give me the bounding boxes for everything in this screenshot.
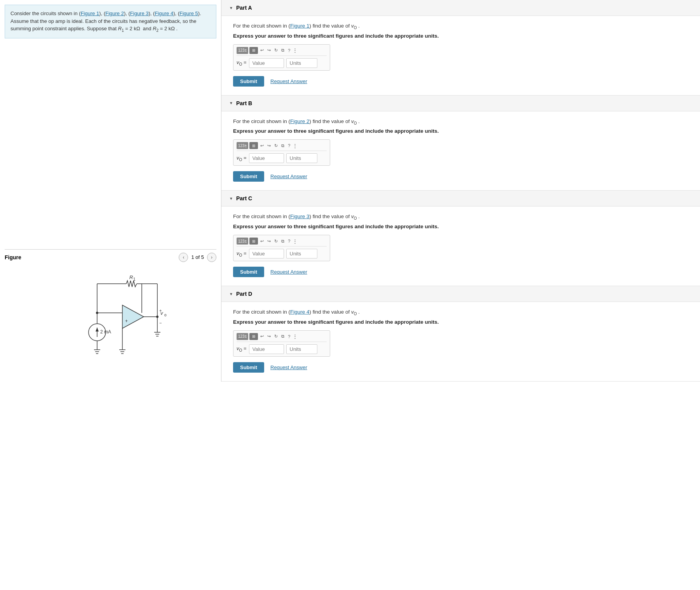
part-a-actions: Submit Request Answer <box>233 76 688 87</box>
part-d-undo-icon[interactable]: ↩ <box>259 333 265 340</box>
part-c-instructions: Express your answer to three significant… <box>233 224 688 229</box>
part-d-request-answer-button[interactable]: Request Answer <box>270 364 307 370</box>
part-a-answer-box: 123± ⊞ ↩ ↪ ↻ ⧉ ? ⋮ vO = <box>233 44 330 71</box>
part-b-matrix-btn[interactable]: ⊞ <box>249 142 258 149</box>
part-c-refresh-icon[interactable]: ↻ <box>273 238 279 245</box>
part-a-value-input[interactable] <box>249 58 284 68</box>
part-a-copy-icon[interactable]: ⧉ <box>280 47 286 54</box>
part-b-toolbar: 123± ⊞ ↩ ↪ ↻ ⧉ ? ⋮ <box>237 142 327 151</box>
part-a-undo-icon[interactable]: ↩ <box>259 47 265 54</box>
part-b-section: ▼ Part B For the circuit shown in (Figur… <box>221 95 700 191</box>
part-a-arrow: ▼ <box>229 6 233 10</box>
part-a-content: For the circuit shown in (Figure 1) find… <box>221 16 700 95</box>
part-d-redo-icon[interactable]: ↪ <box>266 333 272 340</box>
part-b-copy-icon[interactable]: ⧉ <box>280 142 286 149</box>
part-c-value-input[interactable] <box>249 249 284 259</box>
circuit-diagram: R 1 + <box>5 268 216 377</box>
part-c-section: ▼ Part C For the circuit shown in (Figur… <box>221 191 700 286</box>
part-c-matrix-btn[interactable]: ⊞ <box>249 238 258 245</box>
part-b-description: For the circuit shown in (Figure 2) find… <box>233 118 688 125</box>
figure1-link[interactable]: Figure 1 <box>81 10 99 16</box>
problem-statement: Consider the circuits shown in (Figure 1… <box>5 5 216 38</box>
part-c-actions: Submit Request Answer <box>233 267 688 277</box>
part-c-help-icon[interactable]: ? <box>287 238 291 244</box>
part-c-answer-row: vO = <box>237 249 327 259</box>
part-a-redo-icon[interactable]: ↪ <box>266 47 272 54</box>
figure5-link[interactable]: Figure 5 <box>179 10 198 16</box>
part-d-content: For the circuit shown in (Figure 4) find… <box>221 302 700 381</box>
figure-nav-label: 1 of 5 <box>191 254 204 260</box>
part-d-units-input[interactable] <box>286 344 317 354</box>
part-b-help-icon[interactable]: ? <box>287 142 291 149</box>
svg-text:+: + <box>125 318 128 324</box>
part-b-submit-button[interactable]: Submit <box>233 171 264 182</box>
part-d-copy-icon[interactable]: ⧉ <box>280 333 286 340</box>
part-c-copy-icon[interactable]: ⧉ <box>280 238 286 245</box>
figure4-link[interactable]: Figure 4 <box>155 10 173 16</box>
part-d-matrix-btn[interactable]: ⊞ <box>249 333 258 340</box>
part-d-label: Part D <box>236 291 252 297</box>
part-d-num-btn[interactable]: 123± <box>237 333 248 340</box>
part-a-num-btn[interactable]: 123± <box>237 47 248 54</box>
part-a-var-label: vO = <box>237 59 247 66</box>
part-b-undo-icon[interactable]: ↩ <box>259 142 265 149</box>
part-c-header[interactable]: ▼ Part C <box>221 191 700 206</box>
part-c-var-label: vO = <box>237 250 247 257</box>
part-c-redo-icon[interactable]: ↪ <box>266 238 272 245</box>
part-b-figure-link[interactable]: Figure 2 <box>290 118 310 124</box>
svg-text:R: R <box>129 274 133 280</box>
part-c-submit-button[interactable]: Submit <box>233 267 264 277</box>
part-b-content: For the circuit shown in (Figure 2) find… <box>221 111 700 191</box>
part-a-units-input[interactable] <box>286 58 317 68</box>
part-d-submit-button[interactable]: Submit <box>233 362 264 373</box>
part-b-var-label: vO = <box>237 155 247 162</box>
part-b-header[interactable]: ▼ Part B <box>221 95 700 111</box>
part-d-value-input[interactable] <box>249 344 284 354</box>
part-d-help-icon[interactable]: ? <box>287 333 291 340</box>
figure-title: Figure <box>5 254 21 260</box>
part-b-more-icon[interactable]: ⋮ <box>293 143 298 149</box>
part-d-answer-box: 123± ⊞ ↩ ↪ ↻ ⧉ ? ⋮ vO = <box>233 330 330 357</box>
part-c-undo-icon[interactable]: ↩ <box>259 238 265 245</box>
part-a-help-icon[interactable]: ? <box>287 47 291 54</box>
part-b-num-btn[interactable]: 123± <box>237 142 248 149</box>
circuit-svg: R 1 + <box>37 272 185 373</box>
part-b-label: Part B <box>236 100 252 106</box>
part-a-figure-link[interactable]: Figure 1 <box>290 23 310 29</box>
part-c-units-input[interactable] <box>286 249 317 259</box>
part-b-units-input[interactable] <box>286 153 317 163</box>
part-c-more-icon[interactable]: ⋮ <box>293 238 298 244</box>
part-a-matrix-btn[interactable]: ⊞ <box>249 47 258 54</box>
part-c-request-answer-button[interactable]: Request Answer <box>270 269 307 275</box>
svg-text:−: − <box>159 321 162 325</box>
part-a-answer-row: vO = <box>237 58 327 68</box>
part-b-refresh-icon[interactable]: ↻ <box>273 142 279 149</box>
figure-next-button[interactable]: › <box>207 253 216 262</box>
part-b-redo-icon[interactable]: ↪ <box>266 142 272 149</box>
part-d-actions: Submit Request Answer <box>233 362 688 373</box>
part-a-section: ▼ Part A For the circuit shown in (Figur… <box>221 0 700 95</box>
part-b-value-input[interactable] <box>249 153 284 163</box>
part-c-figure-link[interactable]: Figure 3 <box>290 213 310 219</box>
part-d-refresh-icon[interactable]: ↻ <box>273 333 279 340</box>
figure-prev-button[interactable]: ‹ <box>179 253 188 262</box>
part-d-section: ▼ Part D For the circuit shown in (Figur… <box>221 286 700 382</box>
part-b-answer-row: vO = <box>237 153 327 163</box>
part-a-more-icon[interactable]: ⋮ <box>293 47 298 53</box>
part-d-header[interactable]: ▼ Part D <box>221 286 700 302</box>
figure3-link[interactable]: Figure 3 <box>130 10 149 16</box>
part-b-request-answer-button[interactable]: Request Answer <box>270 174 307 179</box>
part-d-figure-link[interactable]: Figure 4 <box>290 309 310 315</box>
figure2-link[interactable]: Figure 2 <box>105 10 124 16</box>
part-d-more-icon[interactable]: ⋮ <box>293 333 298 339</box>
part-b-actions: Submit Request Answer <box>233 171 688 182</box>
part-c-num-btn[interactable]: 123± <box>237 238 248 245</box>
part-a-header[interactable]: ▼ Part A <box>221 0 700 16</box>
svg-marker-7 <box>122 305 144 328</box>
part-a-request-answer-button[interactable]: Request Answer <box>270 78 307 84</box>
part-a-instructions: Express your answer to three significant… <box>233 33 688 39</box>
part-d-toolbar: 123± ⊞ ↩ ↪ ↻ ⧉ ? ⋮ <box>237 333 327 342</box>
part-a-refresh-icon[interactable]: ↻ <box>273 47 279 54</box>
part-a-submit-button[interactable]: Submit <box>233 76 264 87</box>
part-a-label: Part A <box>236 5 252 11</box>
